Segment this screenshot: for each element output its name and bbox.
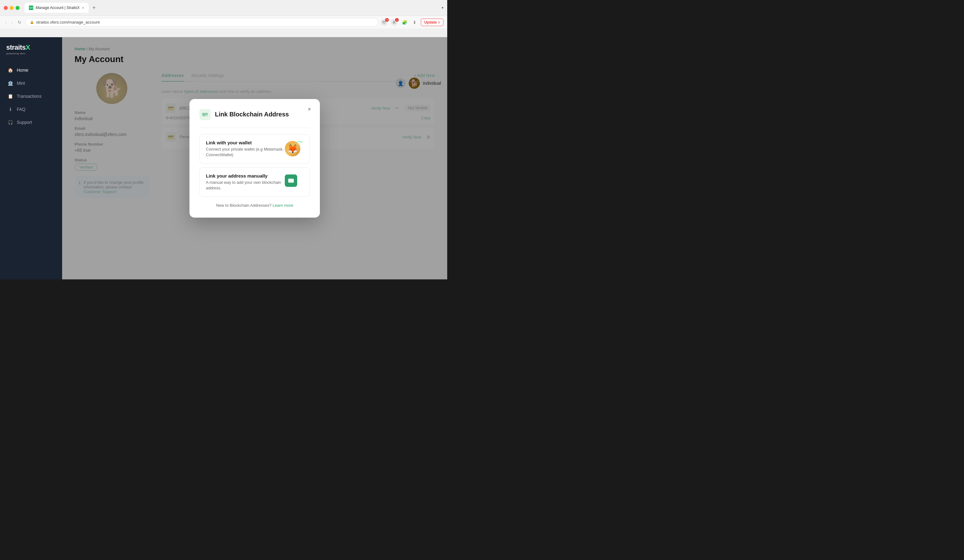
link-manual-desc: A manual way to add your own blockchain …	[206, 180, 285, 191]
extensions-button[interactable]: 🧩	[401, 19, 409, 26]
sidebar-item-support-label: Support	[17, 120, 32, 125]
lock-icon: 🔒	[30, 20, 34, 24]
badge-count: 9	[385, 18, 389, 22]
sidebar-item-support[interactable]: 🎧 Support	[3, 117, 59, 128]
maximize-button[interactable]	[16, 6, 20, 10]
sidebar-item-transactions[interactable]: 📋 Transactions	[3, 90, 59, 102]
tab-title: Manage Account | StraitsX	[36, 6, 80, 10]
sidebar: straitsX powered by xfers 🏠 Home 🏦 Mint …	[0, 37, 62, 279]
faq-icon: ℹ	[7, 107, 13, 112]
logo-sub: powered by xfers	[6, 52, 56, 55]
update-button[interactable]: Update ≡	[421, 19, 443, 26]
modal-overlay[interactable]: Link Blockchain Address × Link with your…	[62, 37, 447, 279]
url-text: straitsx.xfers.com/manage_account	[36, 20, 99, 24]
sidebar-item-transactions-label: Transactions	[17, 94, 42, 99]
sidebar-item-mint-label: Mint	[17, 81, 25, 86]
back-button[interactable]: ‹	[4, 19, 8, 26]
close-button[interactable]	[4, 6, 8, 10]
sidebar-item-faq[interactable]: ℹ FAQ	[3, 103, 59, 115]
modal-footer: New to Blockchain Addresses? Learn more	[199, 203, 310, 208]
link-wallet-content: Link with your wallet Connect your priva…	[206, 140, 285, 158]
main-content: 👤 🐕 individual Home / My Account My Acco…	[62, 37, 447, 279]
sidebar-item-mint[interactable]: 🏦 Mint	[3, 77, 59, 89]
badge-alert: 1	[395, 18, 399, 22]
svg-rect-2	[203, 115, 205, 115]
toolbar-right: 🛡 9 ⚠ 1 🧩 ⬇ Update ≡	[381, 19, 443, 26]
sidebar-nav: 🏠 Home 🏦 Mint 📋 Transactions ℹ FAQ 🎧 Sup…	[0, 64, 62, 128]
tab-favicon: SX	[29, 6, 33, 10]
support-icon: 🎧	[7, 120, 13, 125]
sidebar-item-home-label: Home	[17, 68, 28, 73]
sidebar-item-home[interactable]: 🏠 Home	[3, 64, 59, 76]
forward-button[interactable]: ›	[10, 19, 14, 26]
learn-more-link[interactable]: Learn more	[273, 203, 293, 208]
link-blockchain-modal: Link Blockchain Address × Link with your…	[189, 99, 320, 218]
address-bar[interactable]: 🔒 straitsx.xfers.com/manage_account	[25, 18, 378, 26]
modal-divider	[199, 128, 310, 128]
browser-toolbar: ‹ › ↻ 🔒 straitsx.xfers.com/manage_accoun…	[0, 16, 447, 29]
downloads-button[interactable]: ⬇	[412, 19, 418, 26]
link-manual-image	[285, 174, 303, 190]
logo-text: straitsX	[6, 44, 56, 52]
link-manual-option[interactable]: Link your address manually A manual way …	[199, 167, 310, 197]
minimize-button[interactable]	[10, 6, 14, 10]
link-manual-title: Link your address manually	[206, 173, 285, 179]
tab-close-button[interactable]: ×	[82, 6, 84, 10]
link-manual-content: Link your address manually A manual way …	[206, 173, 285, 191]
refresh-button[interactable]: ↻	[16, 19, 23, 26]
footer-text: New to Blockchain Addresses?	[216, 203, 272, 208]
app-container: straitsX powered by xfers 🏠 Home 🏦 Mint …	[0, 37, 447, 279]
svg-rect-1	[202, 113, 208, 115]
new-tab-button[interactable]: +	[90, 3, 98, 12]
browser-tabs: SX Manage Account | StraitsX × +	[24, 3, 439, 13]
modal-header-icon	[199, 109, 210, 120]
active-tab[interactable]: SX Manage Account | StraitsX ×	[24, 3, 88, 13]
browser-titlebar: SX Manage Account | StraitsX × + ▾	[0, 0, 447, 16]
browser-chrome: SX Manage Account | StraitsX × + ▾ ‹ › ↻…	[0, 0, 447, 37]
sidebar-item-faq-label: FAQ	[17, 107, 26, 112]
extension-privacy-icon[interactable]: 🛡 9	[381, 19, 388, 26]
link-wallet-option[interactable]: Link with your wallet Connect your priva…	[199, 134, 310, 164]
home-icon: 🏠	[7, 67, 13, 73]
link-wallet-title: Link with your wallet	[206, 140, 285, 145]
traffic-lights	[4, 6, 20, 10]
link-wallet-image: 〜〜 🦊	[285, 141, 303, 156]
modal-title: Link Blockchain Address	[215, 111, 289, 118]
wallet-card-icon	[285, 174, 297, 187]
svg-point-5	[291, 181, 293, 182]
modal-close-button[interactable]: ×	[305, 105, 314, 114]
extension-alert-icon[interactable]: ⚠ 1	[391, 19, 397, 26]
metamask-fox-icon: 🦊	[285, 141, 300, 156]
logo-x: X	[26, 44, 30, 51]
mint-icon: 🏦	[7, 80, 13, 86]
expand-icon: ▾	[441, 6, 443, 10]
transactions-icon: 📋	[7, 93, 13, 99]
sidebar-logo: straitsX powered by xfers	[0, 44, 62, 64]
svg-rect-4	[288, 180, 294, 181]
link-wallet-desc: Connect your private wallet (e.g Metamas…	[206, 146, 285, 158]
modal-header: Link Blockchain Address	[199, 109, 310, 120]
